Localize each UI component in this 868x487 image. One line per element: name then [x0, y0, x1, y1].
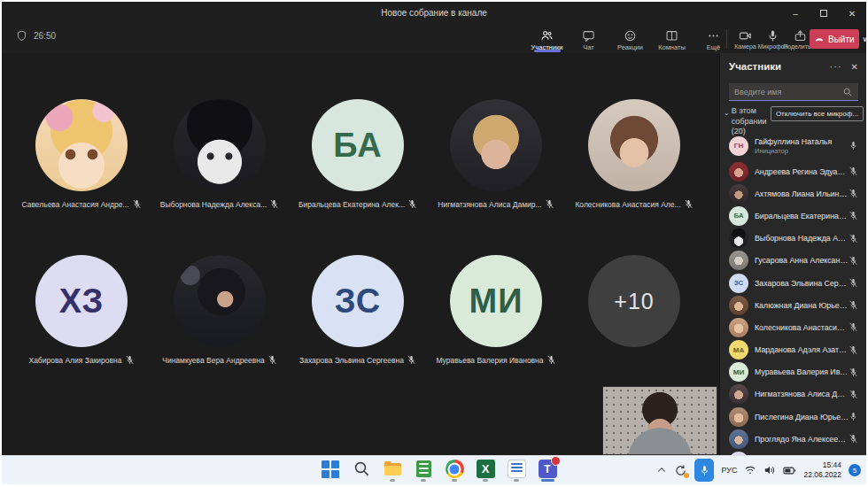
participant-tile[interactable]: Нигматзянова Алиса Дамир...	[427, 92, 565, 248]
participant-avatar: БА	[729, 206, 748, 226]
participant-row[interactable]: Гусарова Анна Александровна	[720, 250, 866, 272]
tray-chevron-icon[interactable]	[656, 465, 667, 475]
file-explorer-button[interactable]	[381, 459, 404, 483]
stage-grid: Савельева Анастасия Андре... Выборнова Н…	[12, 92, 703, 404]
participant-tile[interactable]: МИ Муравьева Валерия Ивановна	[427, 248, 565, 404]
panel-close-icon[interactable]: ✕	[851, 62, 858, 72]
mic-status-icon	[407, 355, 416, 365]
tab-chat[interactable]: Чат	[568, 27, 609, 51]
close-button[interactable]: ✕	[838, 2, 866, 25]
journal-app-button[interactable]	[412, 459, 435, 483]
wifi-icon[interactable]	[744, 465, 756, 475]
participant-tile[interactable]: ХЗ Хабирова Алия Закировна	[12, 248, 151, 404]
participant-row[interactable]: Пислегина Диана Юрьевна	[720, 406, 866, 428]
tab-participants[interactable]: Участники	[526, 27, 568, 51]
participant-avatar	[729, 162, 748, 182]
participant-row[interactable]: Андреева Регина Эдуардовна	[720, 160, 866, 182]
participant-tile[interactable]: БА Биральцева Екатерина Алек...	[289, 92, 427, 248]
participant-name: Савельева Анастасия Андре...	[21, 200, 128, 209]
search-input[interactable]	[734, 88, 842, 97]
battery-icon[interactable]	[783, 466, 796, 475]
tab-label: Участники	[531, 43, 563, 51]
office-doc-button[interactable]	[505, 459, 528, 483]
meeting-toolbar: 26:50 Участники Чат Реакции Комнаты Ещё	[2, 25, 866, 53]
windows-logo-icon	[322, 460, 340, 478]
mic-status-icon[interactable]	[849, 256, 858, 266]
participant-avatar: БА	[312, 99, 404, 191]
tab-label: Реакции	[617, 43, 643, 51]
mute-all-button[interactable]: Отключить все микроф...	[771, 106, 864, 121]
leave-options-chevron[interactable]: ∨	[859, 35, 868, 43]
self-view-video[interactable]	[602, 386, 717, 455]
mic-status-icon[interactable]	[849, 345, 858, 355]
mic-status-icon[interactable]	[849, 166, 858, 176]
participant-search[interactable]	[729, 83, 858, 101]
minimize-button[interactable]: –	[781, 2, 810, 25]
volume-icon[interactable]	[763, 465, 776, 475]
mic-status-icon[interactable]	[849, 322, 858, 332]
participant-name: Гусарова Анна Александровна	[755, 256, 849, 265]
participant-name: Захарова Эльвина Сергеевна	[755, 279, 849, 288]
tab-more[interactable]: Ещё	[693, 27, 734, 51]
participant-row[interactable]: Выборнова Надежда Александ...	[720, 228, 866, 250]
mic-status-icon[interactable]	[849, 211, 858, 220]
mic-status-icon[interactable]	[849, 390, 858, 399]
participant-tile[interactable]: ЗС Захарова Эльвина Сергеевна	[289, 248, 427, 404]
participant-tile[interactable]: +10	[565, 248, 703, 404]
participant-tile[interactable]: Савельева Анастасия Андре...	[12, 92, 151, 248]
mic-status-icon[interactable]	[849, 234, 858, 244]
hangup-icon	[814, 34, 825, 44]
tray-mic-button[interactable]	[694, 459, 714, 482]
participant-name: Биральцева Екатерина Алек...	[298, 200, 405, 209]
notification-count-badge[interactable]: 5	[849, 464, 861, 476]
start-button[interactable]	[319, 459, 342, 483]
participant-row[interactable]: ЗС Захарова Эльвина Сергеевна	[720, 272, 866, 294]
mic-status-icon[interactable]	[849, 367, 858, 377]
reactions-icon	[624, 29, 637, 43]
mic-status-icon	[684, 199, 694, 209]
participant-tile[interactable]: Выборнова Надежда Алекса...	[151, 92, 289, 248]
mic-status-icon[interactable]	[849, 300, 858, 310]
participant-avatar: +10	[588, 255, 680, 347]
mic-status-icon[interactable]	[849, 189, 858, 198]
window-title: Новое собрание в канале	[2, 2, 866, 25]
language-indicator[interactable]: РУС	[721, 466, 737, 475]
participant-row[interactable]: МА Марданова Адэля Азатовна	[720, 339, 866, 361]
participant-avatar	[729, 251, 748, 270]
excel-icon: X	[477, 460, 495, 478]
collapse-chevron-icon[interactable]: ⌄	[724, 109, 730, 117]
taskbar: X T РУС 15:44 22.06.2022 5	[2, 455, 866, 484]
participant-row[interactable]: МИ Муравьева Валерия Ивановна	[720, 361, 866, 383]
participant-tile[interactable]: Чинамкуева Вера Андреевна	[151, 248, 289, 404]
mic-status-icon	[132, 199, 142, 209]
mic-status-icon[interactable]	[849, 278, 858, 288]
participant-row[interactable]: БА Биральцева Екатерина Алекса...	[720, 205, 866, 227]
chrome-button[interactable]	[443, 459, 466, 483]
camera-button[interactable]: Камера	[732, 27, 759, 50]
participant-tile[interactable]: Колесникова Анастасия Але...	[565, 92, 703, 248]
teams-button[interactable]: T	[536, 459, 559, 483]
sync-icon[interactable]	[674, 464, 687, 477]
mic-status-icon[interactable]	[849, 434, 858, 444]
more-icon	[707, 29, 720, 43]
leave-button[interactable]: Выйти ∨	[810, 29, 859, 49]
tab-reactions[interactable]: Реакции	[609, 27, 651, 51]
participant-name: Пислегина Диана Юрьевна	[755, 413, 849, 421]
panel-more-icon[interactable]: ···	[830, 61, 842, 72]
participant-row[interactable]: Колесникова Анастасия Алекса...	[720, 316, 866, 338]
participant-name: Проглядо Яна Алексеевна	[755, 435, 849, 444]
maximize-button[interactable]	[810, 2, 838, 25]
taskbar-search-button[interactable]	[350, 459, 373, 483]
participant-name: Муравьева Валерия Ивановна	[436, 356, 543, 365]
document-icon	[508, 460, 526, 478]
participant-row[interactable]: Калюжная Диана Юрьевна	[720, 294, 866, 316]
participant-row[interactable]: Ахтямова Лиана Ильиновна	[720, 182, 866, 205]
mic-status-icon[interactable]	[849, 412, 858, 421]
excel-button[interactable]: X	[474, 459, 497, 483]
participant-row[interactable]: Проглядо Яна Алексеевна	[720, 428, 866, 450]
participant-row[interactable]: ГН Гайфуллина Наталья Инициатор	[720, 131, 866, 160]
tab-rooms[interactable]: Комнаты	[651, 27, 693, 51]
participant-row[interactable]: Нигматзянова Алиса Дамировна	[720, 383, 866, 406]
mic-status-icon[interactable]	[849, 141, 858, 151]
taskbar-clock[interactable]: 15:44 22.06.2022	[803, 460, 841, 479]
